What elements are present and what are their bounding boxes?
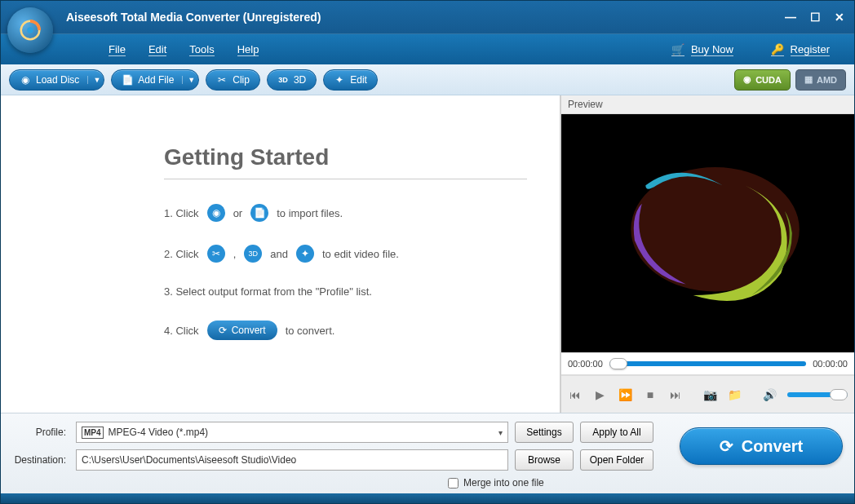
file-add-icon: 📄 [250,204,268,222]
menu-help[interactable]: Help [226,38,271,60]
add-file-icon: 📄 [122,74,133,86]
chevron-down-icon[interactable]: ▼ [182,76,195,84]
cuda-badge[interactable]: ◉CUDA [734,69,791,91]
toolbar: ◉ Load Disc ▼ 📄 Add File ▼ ✂ Clip 3D 3D … [1,64,854,95]
merge-checkbox[interactable]: Merge into one file [448,477,544,489]
profile-select[interactable]: MP4 MPEG-4 Video (*.mp4) ▾ [76,422,508,443]
maximize-icon[interactable]: ☐ [808,11,822,24]
amd-badge[interactable]: ▦AMD [795,69,846,91]
convert-button[interactable]: ⟳ Convert [680,427,843,465]
time-start: 00:00:00 [568,359,603,369]
step-4: 4. Click ⟳Convert to convert. [164,321,527,340]
refresh-icon: ⟳ [219,325,227,336]
title-bar: Aiseesoft Total Media Converter (Unregis… [1,1,854,33]
apply-all-button[interactable]: Apply to All [580,422,653,443]
prev-icon[interactable]: ⏮ [568,387,583,403]
3d-button[interactable]: 3D 3D [267,69,317,91]
destination-label: Destination: [12,454,69,466]
add-file-button[interactable]: 📄 Add File ▼ [111,69,199,91]
buy-now-link[interactable]: 🛒 Buy Now [660,38,745,60]
destination-input[interactable]: C:\Users\User\Documents\Aiseesoft Studio… [76,449,508,471]
volume-icon[interactable]: 🔊 [762,387,777,403]
svg-point-1 [27,27,33,33]
logo-icon [18,18,42,42]
preview-label: Preview [561,95,854,114]
browse-button[interactable]: Browse [515,449,574,471]
play-controls: ⏮ ▶ ⏩ ■ ⏭ 📷 📁 🔊 [561,375,854,413]
sparkle-icon: ✦ [296,245,314,263]
app-logo [7,7,53,53]
step-2: 2. Click ✂ , 3D and ✦ to edit video file… [164,245,527,263]
seek-slider[interactable] [609,361,806,366]
step-1: 1. Click ◉ or 📄 to import files. [164,204,527,222]
getting-started-panel: Getting Started 1. Click ◉ or 📄 to impor… [1,95,560,413]
menu-edit[interactable]: Edit [137,38,178,60]
convert-pill: ⟳Convert [207,321,277,340]
window-title: Aiseesoft Total Media Converter (Unregis… [66,11,321,24]
time-end: 00:00:00 [813,359,848,369]
play-icon[interactable]: ▶ [593,387,609,403]
nvidia-icon: ◉ [743,74,751,85]
key-icon: 🔑 [771,43,784,56]
open-folder-button[interactable]: Open Folder [580,449,653,471]
preview-graphic [598,145,817,321]
seek-thumb[interactable] [609,358,627,369]
settings-button[interactable]: Settings [515,422,574,443]
profile-label: Profile: [12,427,69,438]
menu-bar: File Edit Tools Help 🛒 Buy Now 🔑 Registe… [1,33,854,64]
format-icon: MP4 [82,427,104,439]
3d-icon: 3D [277,74,289,86]
disc-icon: ◉ [20,74,31,86]
folder-icon[interactable]: 📁 [727,387,742,403]
menu-tools[interactable]: Tools [178,38,225,60]
stop-icon[interactable]: ■ [643,387,658,403]
edit-button[interactable]: ✦ Edit [323,69,378,91]
merge-checkbox-input[interactable] [448,478,459,489]
preview-video [561,114,854,352]
amd-icon: ▦ [804,74,813,85]
getting-started-heading: Getting Started [164,144,527,179]
3d-icon: 3D [244,245,262,263]
volume-slider[interactable] [787,392,848,397]
profile-value: MPEG-4 Video (*.mp4) [109,427,209,438]
volume-thumb[interactable] [830,389,848,400]
scissors-icon: ✂ [216,74,228,86]
step-3: 3. Select output format from the "Profil… [164,285,527,298]
sparkle-icon: ✦ [334,74,345,86]
next-icon[interactable]: ⏭ [667,387,683,403]
destination-value: C:\Users\User\Documents\Aiseesoft Studio… [82,454,296,466]
disc-add-icon: ◉ [207,204,225,222]
close-icon[interactable]: ✕ [833,11,846,24]
chevron-down-icon[interactable]: ▾ [498,428,503,437]
footer-panel: Profile: MP4 MPEG-4 Video (*.mp4) ▾ Sett… [1,413,854,493]
cart-icon: 🛒 [671,43,684,56]
load-disc-button[interactable]: ◉ Load Disc ▼ [9,69,104,91]
bottom-border [1,493,854,503]
refresh-icon: ⟳ [720,436,733,456]
menu-file[interactable]: File [97,38,137,60]
preview-pane: Preview 00:00:00 00:00:00 ⏮ ▶ ⏩ ■ [560,95,854,413]
fast-forward-icon[interactable]: ⏩ [618,387,633,403]
clip-button[interactable]: ✂ Clip [206,69,260,91]
timeline: 00:00:00 00:00:00 [561,352,854,375]
minimize-icon[interactable]: — [784,11,797,24]
scissors-icon: ✂ [207,245,225,263]
snapshot-icon[interactable]: 📷 [702,387,718,403]
chevron-down-icon[interactable]: ▼ [87,76,100,84]
register-link[interactable]: 🔑 Register [760,38,841,60]
